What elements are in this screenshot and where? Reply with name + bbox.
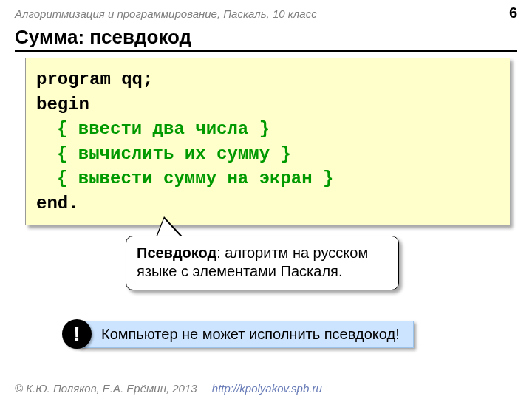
- code-comment: { вывести сумму на экран }: [36, 166, 499, 191]
- copyright: © К.Ю. Поляков, Е.А. Ерёмин, 2013: [15, 382, 197, 395]
- alert-row: ! Компьютер не может исполнить псевдокод…: [62, 319, 414, 349]
- callout-term: Псевдокод: [137, 245, 216, 261]
- header: Алгоритмизация и программирование, Паска…: [0, 0, 532, 21]
- code-comment: { ввести два числа }: [36, 117, 499, 142]
- code-line: end.: [36, 191, 499, 216]
- footer-link: http://kpolyakov.spb.ru: [212, 382, 322, 395]
- page-title: Сумма: псевдокод: [0, 21, 532, 50]
- code-comment: { вычислить их сумму }: [36, 142, 499, 167]
- page-number: 6: [509, 4, 517, 21]
- code-line: program qq;: [36, 67, 499, 92]
- exclamation-icon: !: [62, 319, 92, 349]
- course-label: Алгоритмизация и программирование, Паска…: [15, 7, 317, 20]
- title-rule: [15, 50, 517, 52]
- callout-box: Псевдокод: алгоритм на русском языке с э…: [126, 236, 399, 290]
- alert-text: Компьютер не может исполнить псевдокод!: [78, 321, 414, 348]
- footer: © К.Ю. Поляков, Е.А. Ерёмин, 2013 http:/…: [15, 382, 322, 395]
- code-line: begin: [36, 92, 499, 117]
- code-block: program qq; begin { ввести два числа } {…: [25, 58, 510, 225]
